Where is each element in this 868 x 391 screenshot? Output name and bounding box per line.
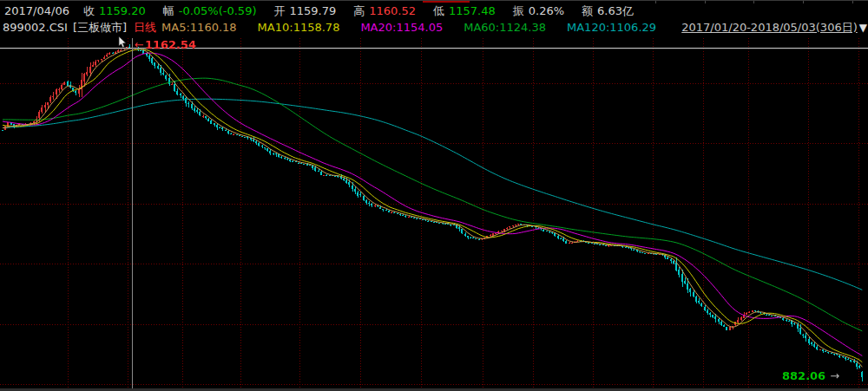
mouse-cursor-icon <box>118 36 128 49</box>
quote-date: 2017/04/06 <box>4 3 69 19</box>
quote-field-label: 收 <box>83 4 95 17</box>
quote-field-label: 低 <box>433 4 444 17</box>
ma-label: MA20:1154.05 <box>360 21 443 34</box>
arrow-left-icon: ← <box>135 38 144 51</box>
kline-app-screen: 2017/04/06 收1159.20幅-0.05%(-0.59)开1159.7… <box>0 0 868 391</box>
ma-label: MA60:1124.38 <box>464 21 546 34</box>
quote-bar: 2017/04/06 收1159.20幅-0.05%(-0.59)开1159.7… <box>0 3 868 19</box>
arrow-right-icon: → <box>830 369 839 382</box>
quote-field-label: 振 <box>513 4 524 17</box>
indicator-bar: 899002.CSI [三板做市] 日线 MA5:1160.18MA10:115… <box>0 19 868 36</box>
quote-field-label: 幅 <box>163 4 174 17</box>
lowest-price-annotation: 882.06 → <box>782 369 839 382</box>
ma-label: MA5:1160.18 <box>161 21 237 34</box>
quote-field-value: 1159.20 <box>99 4 146 17</box>
date-range-selector[interactable]: 2017/01/20-2018/05/03(306日) <box>681 19 858 36</box>
symbol-code: 899002.CSI <box>3 19 68 36</box>
chevron-down-icon[interactable]: ▼ <box>859 19 867 36</box>
ma-label: MA120:1106.29 <box>567 21 656 34</box>
quote-field-label: 额 <box>582 4 593 17</box>
lowest-price-value: 882.06 <box>782 369 825 382</box>
ma-legend: MA5:1160.18MA10:1158.78MA20:1154.05MA60:… <box>161 19 677 36</box>
highest-price-value: 1162.54 <box>145 38 196 51</box>
chart-area: ←1162.54 882.06 → <box>0 38 868 391</box>
quote-field-value: 1160.52 <box>369 4 416 17</box>
highest-price-annotation: ←1162.54 <box>135 38 196 51</box>
ma-label: MA10:1158.78 <box>258 21 340 34</box>
quote-field-value: 1157.48 <box>449 4 496 17</box>
crosshair-horizontal-line <box>0 48 868 49</box>
quote-field-value: 1159.79 <box>289 4 336 17</box>
quote-field-value: 6.63亿 <box>597 4 634 17</box>
symbol-name: [三板做市] <box>73 19 127 36</box>
quote-field-value: -0.05%(-0.59) <box>179 4 257 17</box>
quote-fields: 收1159.20幅-0.05%(-0.59)开1159.79高1160.52低1… <box>83 3 651 19</box>
quote-field-value: 0.26% <box>529 4 564 17</box>
period-tab-daily[interactable]: 日线 <box>134 19 156 36</box>
kline-canvas[interactable] <box>0 38 868 391</box>
quote-field-label: 开 <box>273 4 285 17</box>
quote-field-label: 高 <box>353 4 365 17</box>
crosshair-vertical-line <box>132 38 133 391</box>
